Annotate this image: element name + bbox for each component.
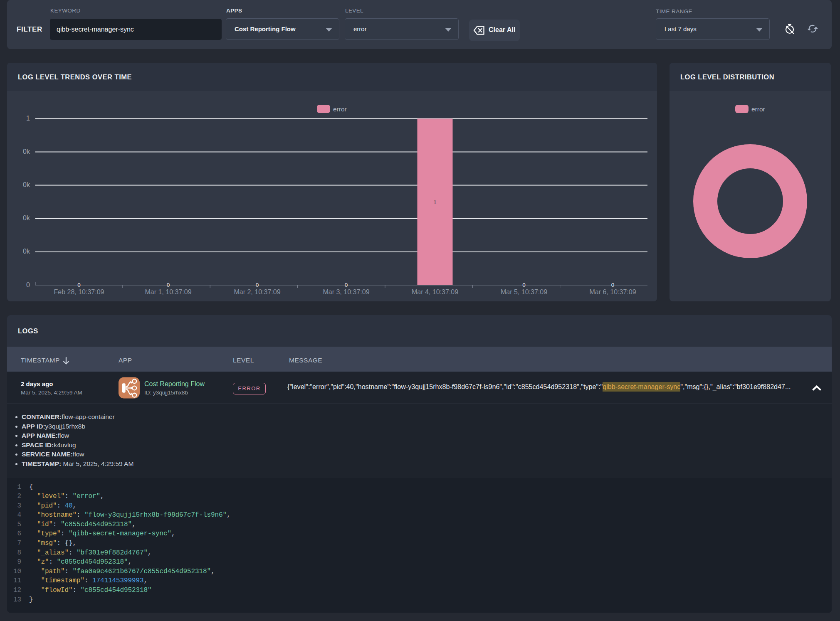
svg-text:1: 1 [26,115,30,122]
svg-text:Mar 6, 10:37:09: Mar 6, 10:37:09 [589,288,636,296]
svg-text:1: 1 [433,199,437,205]
svg-text:Mar 3, 10:37:09: Mar 3, 10:37:09 [323,288,369,296]
svg-text:0: 0 [77,282,81,288]
svg-text:0: 0 [167,282,170,288]
svg-text:error: error [751,106,765,113]
svg-text:Feb 28, 10:37:09: Feb 28, 10:37:09 [54,288,104,296]
svg-text:0k: 0k [23,214,30,222]
svg-text:error: error [333,106,347,113]
svg-text:Mar 1, 10:37:09: Mar 1, 10:37:09 [145,288,191,296]
svg-text:0k: 0k [23,248,30,255]
svg-text:0k: 0k [23,148,30,155]
svg-text:0: 0 [26,281,30,288]
svg-text:0: 0 [256,282,259,288]
svg-text:Mar 4, 10:37:09: Mar 4, 10:37:09 [412,288,458,296]
svg-text:Mar 5, 10:37:09: Mar 5, 10:37:09 [501,288,547,296]
svg-text:Mar 2, 10:37:09: Mar 2, 10:37:09 [234,288,280,296]
svg-text:0: 0 [522,282,526,288]
svg-text:0: 0 [345,282,348,288]
svg-text:0: 0 [611,282,615,288]
svg-text:0k: 0k [23,181,30,188]
